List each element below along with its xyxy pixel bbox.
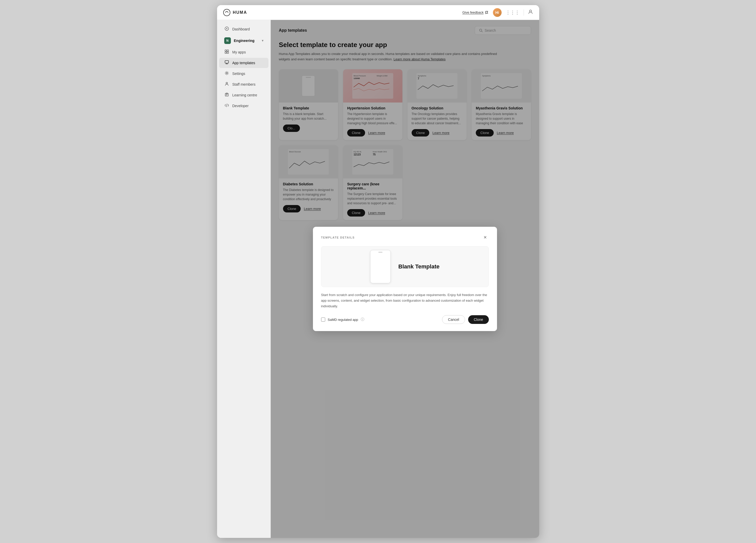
phone-mockup xyxy=(370,250,391,283)
learning-centre-icon xyxy=(224,93,229,98)
close-icon: ✕ xyxy=(483,235,487,240)
sidebar-item-my-apps[interactable]: My apps xyxy=(219,47,268,57)
sidebar-item-settings[interactable]: Settings xyxy=(219,69,268,79)
samd-checkbox[interactable] xyxy=(321,318,325,322)
samd-checkbox-container: SaMD regulated app ⓘ xyxy=(321,317,364,322)
sidebar-item-org[interactable]: N Engineering ▾ xyxy=(219,35,268,47)
give-feedback-label: Give feedback xyxy=(462,10,483,14)
modal-close-button[interactable]: ✕ xyxy=(482,234,489,241)
settings-icon xyxy=(224,71,229,76)
sidebar-item-label: Settings xyxy=(232,72,245,76)
sidebar-item-label: App templates xyxy=(232,61,255,65)
svg-rect-5 xyxy=(225,50,227,51)
modal-template-name: Blank Template xyxy=(398,263,439,270)
dashboard-icon xyxy=(224,27,229,32)
topbar-divider xyxy=(524,9,524,16)
logo-text: HUMA xyxy=(233,10,247,15)
logo: HUMA xyxy=(223,9,247,16)
modal-actions: Cancel Clone xyxy=(442,315,489,324)
avatar[interactable]: Hi xyxy=(493,8,502,17)
svg-rect-7 xyxy=(225,52,227,53)
modal-footer: SaMD regulated app ⓘ Cancel Clone xyxy=(321,315,489,324)
developer-icon xyxy=(224,103,229,108)
give-feedback-button[interactable]: Give feedback xyxy=(462,10,489,14)
modal-clone-button[interactable]: Clone xyxy=(468,315,489,324)
chevron-down-icon: ▾ xyxy=(262,39,263,42)
svg-point-12 xyxy=(226,73,227,74)
sidebar-item-dashboard[interactable]: Dashboard xyxy=(219,24,268,34)
org-badge: N xyxy=(224,37,231,44)
topbar-right: Give feedback Hi ⋮⋮⋮ xyxy=(462,8,533,17)
topbar: HUMA Give feedback Hi ⋮⋮⋮ xyxy=(217,5,539,20)
svg-point-13 xyxy=(226,82,228,84)
user-icon[interactable] xyxy=(528,9,533,16)
huma-logo-icon xyxy=(223,9,230,16)
sidebar-item-label: Developer xyxy=(232,104,249,108)
sidebar-item-developer[interactable]: Developer xyxy=(219,101,268,111)
template-details-modal: TEMPLATE DETAILS ✕ Blank Template Start … xyxy=(313,227,497,331)
phone-dots xyxy=(378,252,382,253)
modal-preview-area: Blank Template xyxy=(321,246,489,287)
modal-description: Start from scratch and configure your ap… xyxy=(321,292,489,309)
sidebar-item-label: Learning centre xyxy=(232,93,257,97)
modal-header: TEMPLATE DETAILS ✕ xyxy=(321,234,489,241)
sidebar-item-label: Staff members xyxy=(232,82,256,86)
flag-icon xyxy=(485,11,489,14)
sidebar-org-label: Engineering xyxy=(234,39,255,43)
svg-rect-8 xyxy=(227,52,229,53)
modal-overlay: TEMPLATE DETAILS ✕ Blank Template Start … xyxy=(271,20,539,538)
sidebar-item-label: My apps xyxy=(232,50,246,54)
modal-title: TEMPLATE DETAILS xyxy=(321,236,355,239)
cancel-button[interactable]: Cancel xyxy=(442,315,465,324)
svg-rect-6 xyxy=(227,50,229,51)
apps-grid-icon[interactable]: ⋮⋮⋮ xyxy=(506,10,520,15)
avatar-text: Hi xyxy=(495,10,499,15)
staff-members-icon xyxy=(224,82,229,87)
info-icon[interactable]: ⓘ xyxy=(361,317,364,322)
sidebar: Dashboard N Engineering ▾ My apps xyxy=(217,20,271,538)
my-apps-icon xyxy=(224,50,229,55)
app-templates-icon xyxy=(224,60,229,65)
app-window: HUMA Give feedback Hi ⋮⋮⋮ xyxy=(217,5,539,538)
sidebar-item-staff-members[interactable]: Staff members xyxy=(219,79,268,89)
svg-point-4 xyxy=(226,28,227,29)
samd-label[interactable]: SaMD regulated app xyxy=(328,318,358,322)
sidebar-item-label: Dashboard xyxy=(232,27,250,31)
svg-point-0 xyxy=(223,9,230,16)
main-layout: Dashboard N Engineering ▾ My apps xyxy=(217,20,539,538)
sidebar-item-learning-centre[interactable]: Learning centre xyxy=(219,90,268,100)
content-area: App templates Search Select template to … xyxy=(271,20,539,538)
svg-rect-9 xyxy=(225,61,229,63)
sidebar-item-app-templates[interactable]: App templates xyxy=(219,58,268,68)
svg-point-2 xyxy=(529,10,532,12)
